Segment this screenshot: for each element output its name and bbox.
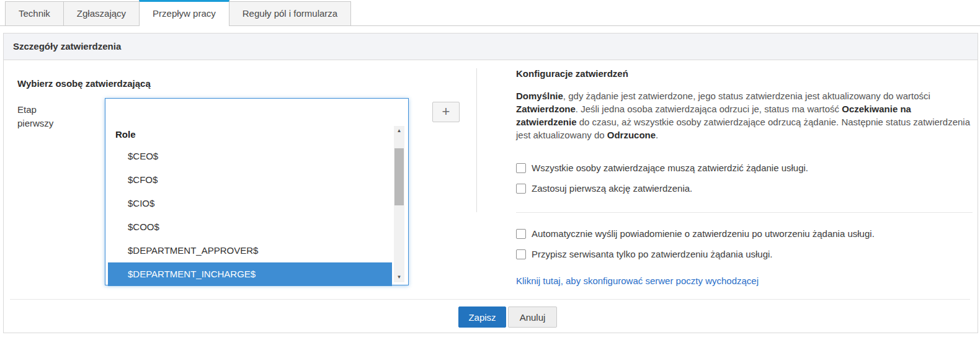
description-segment: Odrzucone <box>607 130 656 140</box>
checkbox-label: Automatycznie wyślij powiadomienie o zat… <box>532 228 875 239</box>
approver-listbox[interactable]: Role $CEO$ $CFO$ $CIO$ $COO$ $DEPARTMENT… <box>105 98 409 285</box>
horizontal-divider <box>516 212 973 213</box>
list-item-cio[interactable]: $CIO$ <box>108 192 392 215</box>
checkbox-all-approvers-must-approve[interactable]: Wszystkie osoby zatwierdzające muszą zat… <box>516 163 808 173</box>
description-segment: . Jeśli jedna osoba zatwierdzająca odrzu… <box>576 104 842 114</box>
checkbox-assign-technician-after-approval[interactable]: Przypisz serwisanta tylko po zatwierdzen… <box>516 249 773 259</box>
description-segment: . <box>656 130 658 140</box>
configure-outgoing-mail-server-link[interactable]: Kliknij tutaj, aby skonfigurować serwer … <box>516 275 759 286</box>
listbox-scrollbar[interactable]: ▲ ▼ <box>394 126 404 282</box>
footer-divider <box>10 299 970 300</box>
tab-bar: Technik Zgłaszający Przepływ pracy Reguł… <box>0 0 980 26</box>
approval-details-panel: Szczegóły zatwierdzenia Wybierz osobę za… <box>3 33 978 333</box>
checkbox-label: Wszystkie osoby zatwierdzające muszą zat… <box>532 163 808 173</box>
description-segment: , gdy żądanie jest zatwierdzone, jego st… <box>563 91 930 101</box>
listbox-blank-area <box>105 99 408 125</box>
cancel-button[interactable]: Anuluj <box>508 306 557 328</box>
scroll-down-icon[interactable]: ▼ <box>394 272 404 282</box>
description-segment: Zatwierdzone <box>516 104 576 114</box>
add-approver-stage-button[interactable]: + <box>432 102 460 122</box>
checkbox-auto-send-approval-notification[interactable]: Automatycznie wyślij powiadomienie o zat… <box>516 228 875 239</box>
checkbox-label: Zastosuj pierwszą akcję zatwierdzenia. <box>532 183 692 194</box>
tab-zglaszajacy[interactable]: Zgłaszający <box>63 1 140 25</box>
tab-reguly-pol-i-formularza[interactable]: Reguły pól i formularza <box>229 1 351 25</box>
scroll-up-icon[interactable]: ▲ <box>394 126 404 136</box>
scrollbar-thumb[interactable] <box>394 148 404 205</box>
list-group-header-role: Role <box>105 125 408 145</box>
approval-configurations-title: Konfiguracje zatwierdzeń <box>516 68 974 79</box>
checkbox-icon[interactable] <box>516 163 526 173</box>
checkbox-icon[interactable] <box>516 229 526 239</box>
choose-approver-title: Wybierz osobę zatwierdzającą <box>17 78 151 89</box>
list-item-cfo[interactable]: $CFO$ <box>108 168 392 192</box>
approval-configurations-panel: Konfiguracje zatwierdzeń Domyślnie, gdy … <box>516 68 974 141</box>
list-item-department-incharge[interactable]: $DEPARTMENT_INCHARGE$ <box>108 262 392 286</box>
tab-technik[interactable]: Technik <box>5 1 64 25</box>
description-segment: Domyślnie <box>516 91 563 101</box>
section-title: Szczegóły zatwierdzenia <box>4 34 978 60</box>
checkbox-apply-first-approval-action[interactable]: Zastosuj pierwszą akcję zatwierdzenia. <box>516 183 692 194</box>
list-item-ceo[interactable]: $CEO$ <box>108 145 392 168</box>
description-segment: do czasu, aż wszystkie osoby zatwierdzaj… <box>516 117 970 140</box>
list-item-department-approver[interactable]: $DEPARTMENT_APPROVER$ <box>108 239 392 262</box>
approval-status-description: Domyślnie, gdy żądanie jest zatwierdzone… <box>516 89 973 141</box>
tab-przeplyw-pracy[interactable]: Przepływ pracy <box>139 0 229 26</box>
vertical-divider <box>476 68 477 212</box>
list-item-coo[interactable]: $COO$ <box>108 215 392 239</box>
checkbox-icon[interactable] <box>516 184 526 194</box>
checkbox-label: Przypisz serwisanta tylko po zatwierdzen… <box>532 249 773 259</box>
save-button[interactable]: Zapisz <box>458 306 506 328</box>
stage-first-label: Etap pierwszy <box>17 103 66 130</box>
checkbox-icon[interactable] <box>516 249 526 259</box>
